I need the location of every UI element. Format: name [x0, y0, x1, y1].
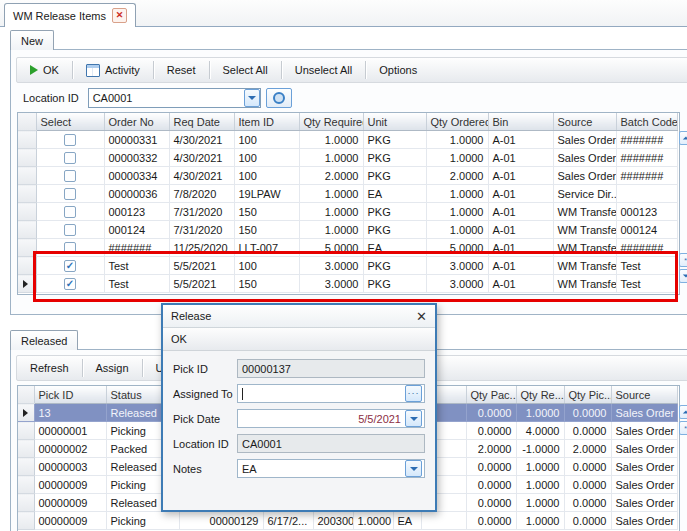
row-select-checkbox[interactable]: [64, 224, 76, 236]
ok-button[interactable]: OK: [17, 58, 72, 82]
cell: 00000332: [104, 149, 169, 167]
row-select-checkbox[interactable]: [64, 188, 76, 200]
column-header[interactable]: Order No: [104, 113, 169, 131]
cell: Sales Order: [611, 512, 677, 530]
cell: 1.0000: [516, 494, 564, 512]
dialog-close-icon[interactable]: ✕: [416, 310, 427, 323]
reset-button[interactable]: Reset: [154, 58, 209, 82]
table-row[interactable]: 000000367/8/202019LPAW1.0000EA1.0000A-01…: [18, 185, 677, 203]
scroll-up-button[interactable]: [679, 405, 687, 419]
cell: 11/25/2020: [169, 239, 234, 257]
cell: #######: [616, 167, 677, 185]
tab-wm-release-items[interactable]: WM Release Items ✕: [4, 3, 136, 27]
column-header[interactable]: Qty Re...: [516, 386, 564, 404]
assigned-to-lookup-button[interactable]: ···: [405, 385, 422, 402]
ok-label: OK: [43, 64, 59, 76]
cell: 1.0000: [516, 458, 564, 476]
row-select-checkbox[interactable]: ✓: [64, 260, 76, 272]
table-row[interactable]: 000003324/30/20211001.0000PKG1.0000A-01S…: [18, 149, 677, 167]
cell: Sales Order: [553, 131, 616, 149]
row-indicator: [18, 476, 34, 494]
cell: #######: [616, 149, 677, 167]
assign-button[interactable]: Assign: [83, 356, 142, 380]
scroll-down-button[interactable]: [679, 269, 687, 283]
column-header[interactable]: Batch Code: [616, 113, 677, 131]
assigned-to-input[interactable]: ···: [237, 384, 425, 403]
cell: 2.0000: [564, 440, 611, 458]
pick-date-dropdown-button[interactable]: [405, 410, 422, 427]
cell: 00000009: [34, 512, 106, 530]
notes-combobox[interactable]: EA: [237, 459, 425, 478]
activity-button[interactable]: Activity: [73, 58, 153, 82]
cell: PKG: [363, 203, 426, 221]
row-select-checkbox[interactable]: [64, 206, 76, 218]
dialog-fields: Pick ID 00000137 Assigned To ··· Pick Da…: [163, 351, 435, 478]
cell: 00000009: [34, 494, 106, 512]
dialog-titlebar[interactable]: Release ✕: [163, 305, 435, 328]
column-header[interactable]: Qty Pac...: [466, 386, 516, 404]
cell: 1.0000: [299, 203, 363, 221]
cell: 1.0000: [299, 149, 363, 167]
column-header[interactable]: Qty Pic...: [564, 386, 611, 404]
dialog-ok-button[interactable]: OK: [163, 328, 435, 351]
options-button[interactable]: Options: [366, 58, 430, 82]
notes-dropdown-button[interactable]: [405, 460, 422, 477]
row-select-checkbox[interactable]: [64, 242, 76, 254]
cell: 5.0000: [299, 239, 363, 257]
row-select-checkbox[interactable]: [64, 134, 76, 146]
cell: 1.0000: [516, 404, 564, 422]
table-row[interactable]: #######11/25/2020LLT-0075.0000EA5.0000A-…: [18, 239, 677, 257]
cell: 0.0000: [564, 476, 611, 494]
column-header[interactable]: Bin: [488, 113, 553, 131]
location-id-combobox[interactable]: CA0001: [88, 88, 261, 108]
unselect-all-button[interactable]: Unselect All: [282, 58, 365, 82]
column-header[interactable]: Source: [553, 113, 616, 131]
cell: 1.0000: [299, 185, 363, 203]
column-header[interactable]: Qty Required: [299, 113, 363, 131]
row-indicator: [18, 221, 36, 239]
select-cell: [36, 221, 104, 239]
cell: 200300: [313, 512, 353, 530]
scroll-jump-button[interactable]: *: [679, 253, 687, 267]
close-icon[interactable]: ✕: [112, 8, 127, 23]
column-header[interactable]: Source: [611, 386, 677, 404]
refresh-button[interactable]: Refresh: [17, 356, 82, 380]
row-select-checkbox[interactable]: [64, 152, 76, 164]
column-header[interactable]: Item ID: [234, 113, 299, 131]
column-header[interactable]: Req Date: [169, 113, 234, 131]
tab-title: WM Release Items: [13, 10, 106, 22]
column-header[interactable]: Select: [36, 113, 104, 131]
refresh-label: Refresh: [30, 362, 69, 374]
assigned-to-row: Assigned To ···: [173, 384, 425, 403]
cell: 5/5/2021: [169, 257, 234, 275]
row-indicator: [18, 494, 34, 512]
refresh-location-button[interactable]: [266, 88, 292, 108]
scroll-up-button[interactable]: [679, 131, 687, 145]
cell: 1.0000: [299, 131, 363, 149]
table-row[interactable]: 0001237/31/20201501.0000PKG1.0000A-01WM …: [18, 203, 677, 221]
column-header[interactable]: Qty Ordered: [426, 113, 488, 131]
cell: Test: [104, 257, 169, 275]
pick-date-input[interactable]: 5/5/2021: [237, 409, 425, 428]
tab-new[interactable]: New: [10, 30, 54, 50]
table-row[interactable]: ✓Test5/5/20211003.0000PKG3.0000A-01WM Tr…: [18, 257, 677, 275]
table-row[interactable]: 00000009Picking000001296/17/2...2003001.…: [18, 512, 677, 530]
table-row[interactable]: 0001247/31/20201501.0000PKG1.0000A-01WM …: [18, 221, 677, 239]
location-dropdown-button[interactable]: [244, 89, 260, 107]
row-select-checkbox[interactable]: [64, 170, 76, 182]
column-header[interactable]: Unit: [363, 113, 426, 131]
table-row[interactable]: 000003314/30/20211001.0000PKG1.0000A-01S…: [18, 131, 677, 149]
table-row[interactable]: 000003344/30/20211002.0000PKG2.0000A-01S…: [18, 167, 677, 185]
select-all-button[interactable]: Select All: [210, 58, 281, 82]
tab-released[interactable]: Released: [10, 330, 78, 350]
cell: Test: [104, 275, 169, 293]
cell: A-01: [488, 257, 553, 275]
table-row[interactable]: ✓Test5/5/20211503.0000PKG3.0000A-01WM Tr…: [18, 275, 677, 293]
scroll-jump-button[interactable]: *: [679, 421, 687, 435]
row-select-checkbox[interactable]: ✓: [64, 278, 76, 290]
cell: 19LPAW: [234, 185, 299, 203]
cell: 6/17/2...: [263, 512, 313, 530]
column-header[interactable]: Pick ID: [34, 386, 106, 404]
pick-id-field: 00000137: [237, 359, 425, 378]
cell: 00000036: [104, 185, 169, 203]
